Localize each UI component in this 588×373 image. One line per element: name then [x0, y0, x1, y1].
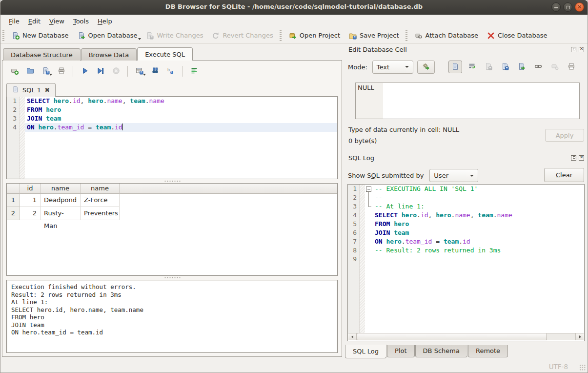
dock-tab-plot[interactable]: Plot [387, 345, 415, 357]
float-panel-icon[interactable] [571, 155, 576, 161]
main-toolbar: New DatabaseOpen DatabaseWrite ChangesRe… [0, 27, 588, 44]
code-line[interactable]: 2-- [348, 193, 584, 202]
splitter-editor-results[interactable] [6, 179, 338, 183]
table-cell[interactable]: Rusty-Man [41, 207, 81, 220]
revert-changes-button[interactable]: Revert Changes [207, 29, 277, 42]
minimize-button[interactable] [551, 2, 561, 12]
execute-current-line-button[interactable] [93, 65, 107, 78]
column-header-name-1[interactable]: name [41, 184, 81, 194]
print-button[interactable] [54, 65, 68, 78]
scrollbar-track[interactable] [547, 333, 575, 340]
code-line[interactable]: 4SELECT hero.id, hero.name, team.name [348, 211, 584, 220]
code-text: SELECT hero.id, hero.name, team.name [25, 97, 337, 105]
save-sql-file-button[interactable] [39, 65, 53, 78]
edit-cell-dock-title: Edit Database Cell ✕ [344, 44, 588, 56]
titlebar[interactable]: DB Browser for SQLite - /home/user/code/… [0, 0, 588, 15]
menu-tools[interactable]: Tools [69, 16, 93, 26]
import-file-button[interactable] [482, 61, 495, 73]
new-tab-button[interactable] [7, 65, 21, 78]
code-line[interactable]: 1-- EXECUTING ALL IN 'SQL 1' [348, 185, 584, 193]
sql-editor[interactable]: 1SELECT hero.id, hero.name, team.name2FR… [6, 96, 338, 179]
code-line[interactable]: 1SELECT hero.id, hero.name, team.name [7, 97, 337, 105]
save-as-button[interactable] [498, 61, 512, 73]
close-tab-icon[interactable]: ✖ [44, 88, 50, 93]
row-number[interactable]: 1 [7, 194, 20, 207]
fold-marker-icon[interactable] [365, 185, 373, 193]
table-cell[interactable]: Z-Force [81, 194, 120, 207]
open-project-button[interactable]: Open Project [284, 29, 345, 42]
open-sql-file-button[interactable] [23, 65, 37, 78]
word-wrap-button[interactable] [465, 61, 479, 73]
toolbar-drag-handle[interactable] [2, 30, 4, 41]
table-corner-cell[interactable] [7, 184, 20, 194]
apply-format-button[interactable] [417, 61, 435, 74]
print-cell-button[interactable] [565, 61, 578, 73]
attach-database-button[interactable]: Attach Database [410, 29, 483, 42]
row-number[interactable]: 2 [7, 207, 20, 220]
toolbar-drag-handle[interactable] [280, 30, 282, 41]
toolbar-drag-handle[interactable] [406, 30, 407, 41]
set-null-button[interactable] [548, 61, 562, 73]
clear-button[interactable]: Clear [544, 168, 584, 182]
write-changes-button[interactable]: Write Changes [142, 29, 207, 42]
horizontal-scrollbar[interactable] [348, 333, 584, 340]
table-cell[interactable]: Deadpond [41, 194, 81, 207]
code-line[interactable]: 3-- At line 1: [348, 202, 584, 211]
save-results-button[interactable] [132, 65, 146, 78]
tab-execute-sql[interactable]: Execute SQL [137, 47, 193, 61]
code-line[interactable]: 6JOIN team [348, 228, 584, 237]
scroll-right-button[interactable] [575, 333, 584, 340]
dock-tab-remote[interactable]: Remote [468, 345, 508, 357]
scrollbar-thumb[interactable] [357, 333, 547, 340]
sql-doc-tab[interactable]: SQL 1 ✖ [6, 83, 56, 97]
column-header-name-2[interactable]: name [81, 184, 120, 194]
execute-all-button[interactable] [78, 65, 92, 78]
float-panel-icon[interactable] [571, 47, 576, 52]
cell-edit-area[interactable] [383, 83, 579, 119]
table-cell[interactable]: 1 [20, 194, 41, 207]
tab-database-structure[interactable]: Database Structure [3, 48, 81, 61]
save-project-button[interactable]: Save Project [345, 29, 404, 42]
sql-log-filter-select[interactable]: User [429, 169, 478, 182]
menu-file[interactable]: File [4, 16, 24, 26]
apply-button[interactable]: Apply [545, 129, 584, 142]
code-line[interactable]: 2FROM hero [7, 105, 337, 114]
close-database-button[interactable]: Close Database [483, 29, 552, 42]
dock-tab-sql-log[interactable]: SQL Log [345, 345, 386, 358]
code-line[interactable]: 9 [348, 255, 584, 264]
close-panel-icon[interactable]: ✕ [579, 155, 584, 161]
table-row: 11DeadpondZ-Force [7, 194, 337, 207]
table-cell[interactable]: Preventers [81, 207, 120, 220]
cell-edit-box[interactable]: NULL [355, 83, 580, 119]
dock-tab-db-schema[interactable]: DB Schema [415, 345, 467, 357]
resize-grip[interactable] [579, 364, 586, 371]
code-line[interactable]: 4ON hero.team_id = team.id [7, 123, 337, 132]
link-image-button[interactable] [531, 61, 545, 73]
export-file-button[interactable] [515, 61, 528, 73]
scroll-left-button[interactable] [348, 333, 357, 340]
new-database-button[interactable]: New Database [7, 29, 73, 42]
text-view-button[interactable] [448, 61, 462, 73]
stop-button[interactable] [109, 65, 123, 78]
maximize-button[interactable] [563, 2, 572, 12]
table-cell[interactable]: 2 [20, 207, 41, 220]
close-panel-icon[interactable]: ✕ [579, 47, 584, 52]
dropdown-caret-icon [49, 74, 52, 76]
code-line[interactable]: 8-- Result: 2 rows returned in 3ms [348, 246, 584, 255]
code-line[interactable]: 7ON hero.team_id = team.id [348, 237, 584, 246]
column-header-id-0[interactable]: id [20, 184, 41, 194]
menu-edit[interactable]: Edit [24, 16, 45, 26]
cell-mode-select[interactable]: Text [372, 61, 413, 74]
close-button[interactable]: ✕ [575, 2, 584, 12]
find-replace-button[interactable] [148, 65, 162, 78]
tab-browse-data[interactable]: Browse Data [81, 48, 137, 61]
splitter-results-log[interactable] [6, 276, 338, 280]
menu-help[interactable]: Help [93, 16, 117, 26]
format-sql-button[interactable] [187, 65, 201, 78]
gutter-margin [360, 255, 365, 264]
menu-view[interactable]: View [45, 16, 69, 26]
code-line[interactable]: 3JOIN team [7, 114, 337, 123]
auto-complete-button[interactable]: ba [163, 65, 178, 78]
code-line[interactable]: 5FROM hero [348, 220, 584, 228]
open-database-button[interactable]: Open Database [73, 29, 142, 42]
